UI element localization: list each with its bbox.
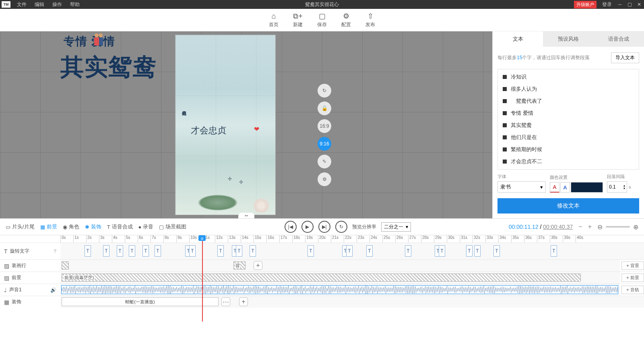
add-clip-button[interactable]: + [254, 261, 262, 270]
text-line[interactable]: 鸳鸯代表了 [498, 95, 639, 107]
tab-text[interactable]: 文本 [493, 31, 543, 47]
total-time[interactable]: 00:00:40.37 [543, 224, 573, 230]
tab-preset-style[interactable]: 预设风格 [543, 31, 593, 47]
upgrade-button[interactable]: 升级账户 [574, 1, 597, 8]
add-bg-button[interactable]: + 背景 [621, 261, 644, 270]
zoom-out-icon[interactable]: ⊖ [597, 223, 603, 231]
text-line[interactable]: 专情 爱情 [498, 107, 639, 119]
time-ruler[interactable]: 0s1s2s3s4s5s6s7s8s9s10s11s12s13s14s15s16… [0, 235, 644, 243]
add-audio-button[interactable]: + 音轨 [621, 286, 644, 294]
fg-clip[interactable]: 前景(雨幕茫茫) [62, 274, 581, 282]
segment-录音[interactable]: ●录音 [138, 223, 154, 230]
segment-角色[interactable]: ◉角色 [63, 223, 79, 230]
track-body[interactable]: 蜻蜓(一直播放) ⋯+ [60, 296, 644, 308]
playhead[interactable]: ||| [198, 235, 206, 241]
canvas-settings-button[interactable]: ⚙ [318, 172, 331, 186]
modify-text-button[interactable]: 修改文本 [497, 198, 639, 214]
text-clip[interactable]: T [493, 245, 500, 257]
text-line[interactable]: 冷知识 [498, 71, 639, 83]
canvas-area[interactable]: 专情 爱情 其实鸳鸯 他们只是在 才会忠贞 ❤ ✢ ✢ ↻ 🔓 16:9 9:1… [0, 31, 492, 218]
segment-装饰[interactable]: ✱装饰 [85, 223, 101, 230]
spacing-input[interactable]: 0.1▴▾ [607, 181, 627, 193]
text-clip[interactable]: T [189, 245, 196, 257]
add-fg-button[interactable]: + 前景 [621, 274, 644, 282]
canvas-rotate-button[interactable]: ↻ [318, 84, 331, 97]
tool-publish[interactable]: ⇧发布 [365, 12, 375, 28]
audio-clip[interactable] [61, 285, 618, 294]
login-button[interactable]: 登录 [599, 1, 615, 8]
next-button[interactable]: ▶| [318, 221, 330, 233]
speaker-icon[interactable]: 🔊 [50, 287, 56, 293]
segment-语音合成[interactable]: T语音合成 [107, 223, 133, 230]
text-clip[interactable]: T [103, 245, 109, 257]
import-text-button[interactable]: 导入文本 [611, 52, 639, 63]
prev-button[interactable]: |◀ [285, 221, 297, 233]
text-clip[interactable]: T [308, 245, 314, 257]
segment-场景截图[interactable]: ▢场景截图 [159, 223, 186, 230]
text-clip[interactable]: T [474, 245, 481, 257]
canvas-ratio-9-16[interactable]: 9:16 [318, 137, 331, 151]
track-body[interactable]: 前景(雨幕茫茫) [60, 272, 620, 284]
tool-config[interactable]: ⚙配置 [341, 12, 351, 28]
menu-file[interactable]: 文件 [13, 1, 31, 8]
resolution-select[interactable]: 二分之一▾ [381, 222, 411, 232]
menu-help[interactable]: 帮助 [66, 1, 84, 8]
deco-clip[interactable]: 蜻蜓(一直播放) [62, 297, 219, 306]
text-color-button[interactable]: A [550, 182, 559, 193]
text-clip[interactable]: T [236, 245, 242, 257]
track-body[interactable]: TTTTTTTTTTTTTTTTTTTTTTT [60, 243, 644, 259]
text-clip[interactable]: T [217, 245, 224, 257]
text-line[interactable]: 他们只是在 [498, 131, 639, 143]
text-line[interactable]: 其实鸳鸯 [498, 119, 639, 131]
segment-片头/片尾[interactable]: ▭片头/片尾 [6, 223, 35, 230]
canvas-edit-button[interactable]: ✎ [318, 155, 331, 168]
font-select[interactable]: 隶书▾ [497, 181, 546, 193]
loop-button[interactable]: ↻ [335, 221, 347, 233]
text-clip[interactable]: T [155, 245, 161, 257]
play-button[interactable]: ▶ [301, 221, 314, 233]
text-clip[interactable]: T [117, 245, 123, 257]
maximize-icon[interactable]: ▢ [625, 2, 634, 7]
text-clip[interactable]: T [129, 245, 135, 257]
canvas-ratio-16-9[interactable]: 16:9 [318, 119, 331, 133]
track-body[interactable]: 背+ [60, 260, 620, 272]
menu-action[interactable]: 操作 [48, 1, 66, 8]
text-clip[interactable]: T [439, 245, 445, 257]
canvas-collapse-handle[interactable]: ▾▾ [238, 213, 254, 218]
time-plus[interactable]: + [588, 223, 592, 230]
text-clip[interactable]: T [551, 245, 557, 257]
segment-前景[interactable]: ▦前景 [40, 223, 57, 230]
minimize-icon[interactable]: ─ [615, 2, 625, 7]
text-clip[interactable]: T [405, 245, 411, 257]
track-body[interactable] [60, 284, 620, 296]
text-clip[interactable]: T [250, 245, 256, 257]
tool-save[interactable]: ▢保存 [317, 12, 327, 28]
color-swatch[interactable] [571, 182, 603, 193]
tool-home[interactable]: ⌂首页 [269, 12, 279, 28]
dragonfly-icon: ✢ [239, 179, 243, 185]
text-clip[interactable]: T [346, 245, 353, 257]
bg-clip[interactable]: 背 [233, 261, 246, 270]
text-clip[interactable]: T [466, 245, 473, 257]
zoom-in-icon[interactable]: ⊕ [633, 223, 638, 231]
text-line[interactable]: 繁殖期的时候 [498, 143, 639, 156]
canvas-lock-button[interactable]: 🔓 [318, 102, 331, 115]
text-lines-list[interactable]: 冷知识很多人认为 鸳鸯代表了专情 爱情其实鸳鸯他们只是在繁殖期的时候才会忠贞不二… [497, 69, 639, 170]
menu-edit[interactable]: 编辑 [31, 1, 48, 8]
text-line[interactable]: 才会忠贞不二 [498, 156, 639, 168]
tab-tts[interactable]: 语音合成 [594, 31, 644, 47]
zoom-slider[interactable] [606, 226, 630, 228]
time-minus[interactable]: − [578, 223, 582, 230]
text-clip[interactable]: T [142, 245, 149, 257]
tool-new[interactable]: ⧉+新建 [293, 12, 303, 28]
add-clip-button[interactable]: + [239, 297, 248, 306]
bg-clip[interactable] [62, 261, 69, 270]
text-color-button-2[interactable]: A [560, 182, 570, 193]
preview-frame[interactable]: 他们只是在 才会忠贞 ❤ ✢ ✢ [175, 35, 276, 215]
text-line[interactable]: 很多人认为 [498, 83, 639, 95]
clip-menu-button[interactable]: ⋯ [221, 297, 230, 306]
text-clip[interactable]: T [85, 245, 91, 257]
help-icon[interactable]: ? [54, 249, 56, 254]
close-icon[interactable]: ✕ [634, 2, 644, 7]
text-clip[interactable]: T [366, 245, 373, 257]
